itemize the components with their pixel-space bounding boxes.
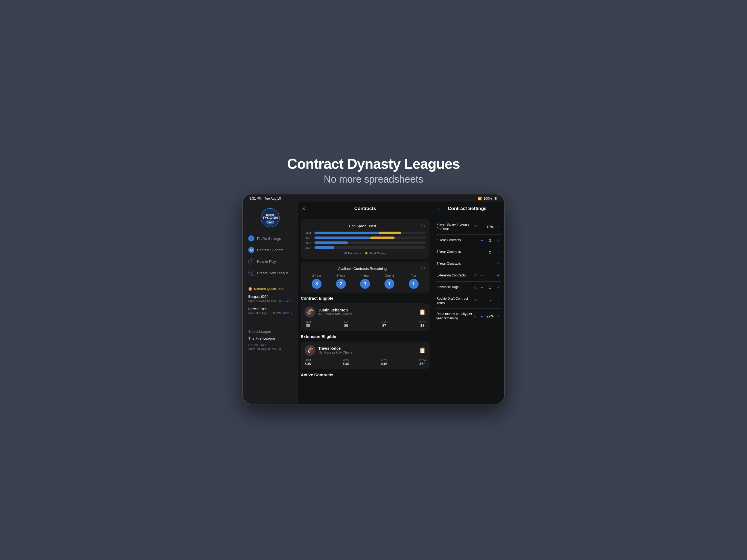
setting-info-dead-money[interactable]: ⓘ	[474, 314, 478, 318]
player-years-kelce: 2021 $35 2022 $40 2023 $46 2024	[305, 358, 426, 366]
setting-label-rookie-draft: Rookie Draft Contract Years	[436, 297, 473, 305]
setting-plus-three-year[interactable]: +	[495, 250, 501, 255]
contract-col-extend: Extend 1	[384, 274, 394, 289]
setting-minus-dead-money[interactable]: −	[479, 314, 485, 319]
contract-col-tag: Tag 1	[409, 274, 419, 289]
sidebar-item-create-label: Create New League	[257, 271, 289, 275]
setting-plus-salary-increase[interactable]: +	[495, 225, 501, 229]
cap-space-info-icon[interactable]: ⓘ	[420, 223, 426, 229]
battery-icon: 🔋	[493, 197, 498, 200]
player-contract-button-jefferson[interactable]: 📋	[419, 309, 426, 315]
sidebar-item-create[interactable]: ⊕ Create New League	[245, 267, 295, 279]
profile-icon: 👤	[248, 235, 254, 241]
ranked-item-bengals[interactable]: Bengals 6004 Draft: Sun Aug 15 4:00 PM 2…	[245, 292, 295, 305]
sidebar-nav: 👤 Profile Settings ✉ Contact Support ? H…	[243, 233, 297, 279]
setting-label-dead-money: Dead money penalty per year remaining	[436, 312, 473, 321]
bar-contracts-2022	[314, 236, 370, 239]
bar-row-2023: 2023	[305, 241, 426, 245]
middle-panel: ✕ Contracts Cap Space Used ⓘ 2021	[298, 202, 433, 404]
question-icon: ?	[248, 258, 254, 264]
sidebar: · LEAGUE · TYCOON 👤 Profile Settings ✉ C…	[243, 202, 298, 404]
page-title: Contract Dynasty Leagues	[287, 156, 460, 172]
player-name-kelce: Travis Kelce	[318, 346, 416, 351]
setting-label-franchise: Franchise Tags	[436, 285, 473, 289]
couch-gm-link[interactable]: Couch GM's	[245, 342, 295, 348]
setting-minus-extension[interactable]: −	[479, 273, 485, 278]
cap-space-card: Cap Space Used ⓘ 2021	[301, 219, 430, 259]
available-contracts-info-icon[interactable]: ⓘ	[420, 266, 426, 271]
legend-dead-money: Dead Money	[365, 252, 386, 255]
right-panel: ‹ Contract Settings Player Salary Increa…	[433, 202, 504, 404]
chevron-right-icon: ›	[291, 299, 292, 302]
contract-col-2year: 2-Year 3	[312, 274, 321, 289]
middle-panel-title: Contracts	[354, 206, 376, 211]
bar-row-2021: 2021	[305, 231, 426, 235]
plus-circle-icon: ⊕	[248, 270, 254, 276]
player-pos-jefferson: WR, Minnesota Vikings	[318, 312, 416, 316]
setting-label-four-year: 4-Year Contracts	[436, 262, 478, 266]
legend-contracts: Contracts	[344, 252, 361, 255]
ipad-shell: 3:31 PM Tue Aug 10 📶 100% 🔋 · LEAGUE · T…	[242, 194, 505, 404]
setting-controls-franchise: −1+	[479, 285, 501, 290]
player-years-jefferson: 2021 $5 2022 $6 2023 $7 2024	[305, 320, 426, 328]
setting-minus-rookie-draft[interactable]: −	[479, 299, 485, 304]
sidebar-item-profile[interactable]: 👤 Profile Settings	[245, 233, 295, 244]
back-button[interactable]: ‹	[437, 206, 439, 211]
setting-row-salary-increase: Player Salary Increase Per Yearⓘ−13%+	[436, 219, 501, 235]
setting-info-rookie-draft[interactable]: ⓘ	[474, 299, 478, 303]
league-name: The First League	[245, 336, 295, 342]
sidebar-item-profile-label: Profile Settings	[257, 236, 281, 240]
setting-value-three-year: 2	[486, 250, 494, 254]
setting-plus-rookie-draft[interactable]: +	[495, 299, 501, 304]
chevron-right-icon: ›	[291, 312, 292, 315]
player-contract-button-kelce[interactable]: 📋	[419, 347, 426, 354]
sidebar-divider-2	[247, 323, 293, 323]
envelope-icon: ✉	[248, 247, 254, 253]
setting-row-two-year: 2-Year Contracts−3+	[436, 235, 501, 246]
setting-value-franchise: 1	[486, 285, 494, 289]
bar-contracts-2023	[314, 241, 348, 244]
setting-plus-extension[interactable]: +	[495, 273, 501, 278]
sidebar-item-support-label: Contact Support	[257, 248, 283, 252]
setting-plus-two-year[interactable]: +	[495, 238, 501, 243]
player-avatar-kelce: 🏈	[305, 345, 315, 356]
setting-plus-dead-money[interactable]: +	[495, 314, 501, 319]
available-contracts-card: Available Contracts Remaining ⓘ 2-Year 3…	[301, 262, 430, 292]
bar-contracts-2024	[314, 246, 334, 249]
select-league-label: Select League	[245, 328, 295, 336]
setting-minus-three-year[interactable]: −	[479, 250, 485, 255]
setting-info-franchise[interactable]: ⓘ	[474, 285, 478, 289]
available-contracts-title: Available Contracts Remaining	[338, 266, 387, 271]
right-panel-title: Contract Settings	[441, 206, 500, 211]
setting-minus-salary-increase[interactable]: −	[479, 225, 485, 229]
middle-panel-content: Cap Space Used ⓘ 2021	[298, 216, 433, 404]
sidebar-item-support[interactable]: ✉ Contact Support	[245, 244, 295, 256]
bar-row-2024: 2024	[305, 246, 426, 249]
setting-value-rookie-draft: 7	[486, 299, 494, 303]
right-panel-header: ‹ Contract Settings	[433, 202, 504, 216]
sidebar-item-howto[interactable]: ? How to Play	[245, 256, 295, 267]
setting-info-extension[interactable]: ⓘ	[474, 274, 478, 278]
close-button[interactable]: ✕	[302, 206, 305, 211]
svg-point-3	[266, 220, 275, 225]
setting-minus-franchise[interactable]: −	[479, 285, 485, 290]
setting-plus-four-year[interactable]: +	[495, 261, 501, 266]
contracts-grid: 2-Year 3 3-Year 2 4-Year 1 Extend	[305, 274, 426, 289]
ranked-item-browns[interactable]: Browns 7890 Draft: Mon Aug 16 7:00 PM 6/…	[245, 305, 295, 317]
setting-controls-salary-increase: −13%+	[479, 225, 501, 229]
setting-plus-franchise[interactable]: +	[495, 285, 501, 290]
setting-info-salary-increase[interactable]: ⓘ	[474, 225, 478, 229]
setting-value-four-year: 1	[486, 262, 494, 266]
setting-row-extension: Extension Contractsⓘ−1+	[436, 270, 501, 282]
app-body: · LEAGUE · TYCOON 👤 Profile Settings ✉ C…	[243, 202, 504, 404]
setting-minus-two-year[interactable]: −	[479, 238, 485, 243]
bar-dead-2021	[379, 232, 401, 234]
setting-row-three-year: 3-Year Contracts−2+	[436, 246, 501, 258]
setting-controls-rookie-draft: −7+	[479, 299, 501, 304]
setting-controls-three-year: −2+	[479, 250, 501, 255]
setting-label-two-year: 2-Year Contracts	[436, 238, 478, 243]
setting-minus-four-year[interactable]: −	[479, 261, 485, 266]
contract-eligible-header: Contract Eligible	[301, 296, 430, 301]
bar-contracts-2021	[314, 232, 379, 234]
extension-eligible-header: Extension Eligible	[301, 334, 430, 339]
